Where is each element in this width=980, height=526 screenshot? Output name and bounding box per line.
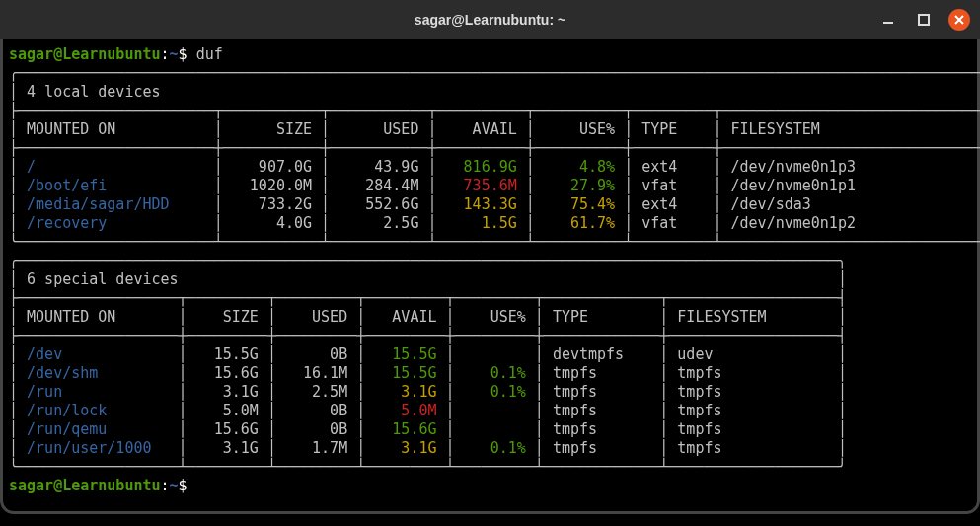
- column-header: AVAIL: [437, 120, 526, 138]
- command-text: duf: [196, 45, 223, 63]
- terminal-area[interactable]: sagar@Learnubuntu:~$ duf ╭──────────────…: [0, 39, 980, 514]
- mount-cell: /dev: [18, 345, 179, 363]
- avail-cell: 1.5G: [437, 214, 526, 232]
- column-header: USE%: [455, 308, 535, 326]
- prompt-dollar: $: [179, 477, 196, 494]
- fs-cell: tmpfs: [668, 439, 838, 457]
- column-header: FILESYSTEM: [668, 308, 838, 326]
- mount-cell: /run/user/1000: [18, 439, 179, 457]
- prompt-sep: :: [161, 477, 170, 494]
- column-header: AVAIL: [365, 308, 445, 326]
- mount-cell: /run: [18, 383, 179, 401]
- use-cell: [455, 420, 535, 438]
- type-cell: tmpfs: [544, 439, 659, 457]
- mount-cell: /media/sagar/HDD: [18, 195, 214, 213]
- type-cell: ext4: [633, 158, 713, 176]
- size-cell: 3.1G: [188, 383, 267, 401]
- type-cell: tmpfs: [544, 420, 659, 438]
- type-cell: tmpfs: [544, 402, 659, 419]
- avail-cell: 143.3G: [437, 195, 526, 213]
- used-cell: 2.5M: [276, 383, 356, 401]
- column-header: TYPE: [633, 120, 713, 138]
- window-title: sagar@Learnubuntu: ~: [415, 12, 565, 28]
- fs-cell: udev: [668, 345, 838, 363]
- mount-cell: /: [18, 158, 214, 176]
- maximize-button[interactable]: [913, 9, 935, 31]
- used-cell: 284.4M: [330, 177, 427, 194]
- prompt-dollar: $: [179, 45, 196, 63]
- use-cell: [455, 402, 535, 419]
- minimize-button[interactable]: [877, 9, 899, 31]
- size-cell: 4.0G: [223, 214, 321, 232]
- used-cell: 552.6G: [330, 195, 427, 213]
- column-header: USE%: [535, 120, 624, 138]
- close-button[interactable]: [948, 9, 970, 31]
- use-cell: 61.7%: [535, 214, 624, 232]
- titlebar: sagar@Learnubuntu: ~: [0, 0, 980, 39]
- size-cell: 907.0G: [223, 158, 321, 176]
- column-header: USED: [330, 120, 427, 138]
- used-cell: 16.1M: [276, 364, 356, 382]
- use-cell: 75.4%: [535, 195, 624, 213]
- avail-cell: 15.5G: [365, 364, 445, 382]
- prompt-user: sagar@Learnubuntu: [9, 477, 161, 494]
- use-cell: 4.8%: [535, 158, 624, 176]
- svg-rect-1: [919, 15, 929, 25]
- column-header: TYPE: [544, 308, 659, 326]
- column-header: SIZE: [223, 120, 321, 138]
- used-cell: 1.7M: [276, 439, 356, 457]
- size-cell: 3.1G: [188, 439, 267, 457]
- fs-cell: tmpfs: [668, 383, 838, 401]
- avail-cell: 3.1G: [365, 383, 445, 401]
- column-header: USED: [276, 308, 356, 326]
- column-header: MOUNTED ON: [18, 120, 214, 138]
- size-cell: 5.0M: [188, 402, 267, 419]
- type-cell: ext4: [633, 195, 713, 213]
- avail-cell: 816.9G: [437, 158, 526, 176]
- mount-cell: /run/lock: [18, 402, 179, 419]
- mount-cell: /run/qemu: [18, 420, 179, 438]
- use-cell: [455, 345, 535, 363]
- use-cell: 0.1%: [455, 364, 535, 382]
- fs-cell: /dev/nvme0n1p3: [722, 158, 981, 176]
- size-cell: 1020.0M: [223, 177, 321, 194]
- svg-rect-0: [883, 22, 893, 24]
- type-cell: tmpfs: [544, 383, 659, 401]
- fs-cell: /dev/nvme0n1p1: [722, 177, 981, 194]
- prompt-user: sagar@Learnubuntu: [9, 45, 161, 63]
- avail-cell: 3.1G: [365, 439, 445, 457]
- size-cell: 15.5G: [188, 345, 267, 363]
- column-header: FILESYSTEM: [722, 120, 981, 138]
- fs-cell: tmpfs: [668, 402, 838, 419]
- fs-cell: tmpfs: [668, 420, 838, 438]
- column-header: MOUNTED ON: [18, 308, 179, 326]
- fs-cell: /dev/sda3: [722, 195, 981, 213]
- fs-cell: tmpfs: [668, 364, 838, 382]
- column-header: SIZE: [188, 308, 267, 326]
- avail-cell: 735.6M: [437, 177, 526, 194]
- mount-cell: /boot/efi: [18, 177, 214, 194]
- table-title: 4 local devices: [27, 83, 980, 101]
- size-cell: 15.6G: [188, 364, 267, 382]
- used-cell: 0B: [276, 420, 356, 438]
- use-cell: 0.1%: [455, 439, 535, 457]
- size-cell: 15.6G: [188, 420, 267, 438]
- used-cell: 2.5G: [330, 214, 427, 232]
- avail-cell: 15.5G: [365, 345, 445, 363]
- size-cell: 733.2G: [223, 195, 321, 213]
- mount-cell: /dev/shm: [18, 364, 179, 382]
- used-cell: 43.9G: [330, 158, 427, 176]
- avail-cell: 5.0M: [365, 402, 445, 419]
- used-cell: 0B: [276, 402, 356, 419]
- use-cell: 0.1%: [455, 383, 535, 401]
- type-cell: devtmpfs: [544, 345, 659, 363]
- mount-cell: /recovery: [18, 214, 214, 232]
- prompt-sep: :: [161, 45, 170, 63]
- prompt-path: ~: [170, 477, 179, 494]
- type-cell: tmpfs: [544, 364, 659, 382]
- avail-cell: 15.6G: [365, 420, 445, 438]
- use-cell: 27.9%: [535, 177, 624, 194]
- fs-cell: /dev/nvme0n1p2: [722, 214, 981, 232]
- used-cell: 0B: [276, 345, 356, 363]
- window-controls: [877, 9, 970, 31]
